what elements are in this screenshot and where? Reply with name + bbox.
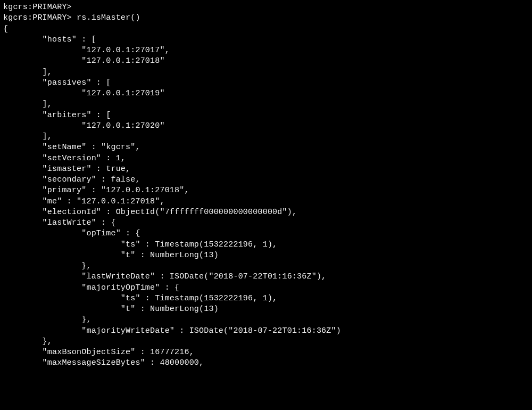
- output-line: "lastWriteDate" : ISODate("2018-07-22T01…: [3, 272, 529, 282]
- prompt-line: kgcrs:PRIMARY>: [3, 2, 529, 13]
- output-line: {: [3, 24, 529, 35]
- output-line: "passives" : [: [3, 78, 529, 88]
- output-line: "majorityWriteDate" : ISODate("2018-07-2…: [3, 326, 529, 337]
- terminal-output[interactable]: kgcrs:PRIMARY>kgcrs:PRIMARY> rs.isMaster…: [0, 0, 532, 371]
- output-line: "t" : NumberLong(13): [3, 304, 529, 315]
- output-line: },: [3, 315, 529, 325]
- output-line: "127.0.0.1:27020": [3, 121, 529, 132]
- output-line: },: [3, 337, 529, 347]
- output-line: "ts" : Timestamp(1532222196, 1),: [3, 293, 529, 304]
- output-line: "127.0.0.1:27017",: [3, 45, 529, 56]
- output-line: "hosts" : [: [3, 35, 529, 45]
- output-line: "ismaster" : true,: [3, 164, 529, 175]
- output-line: },: [3, 261, 529, 272]
- output-line: "setVersion" : 1,: [3, 153, 529, 164]
- output-line: "arbiters" : [: [3, 110, 529, 121]
- output-line: ],: [3, 67, 529, 78]
- output-line: "maxBsonObjectSize" : 16777216,: [3, 347, 529, 358]
- output-line: "electionId" : ObjectId("7fffffff0000000…: [3, 207, 529, 218]
- output-line: "127.0.0.1:27019": [3, 88, 529, 99]
- output-line: "ts" : Timestamp(1532222196, 1),: [3, 240, 529, 250]
- output-line: "lastWrite" : {: [3, 218, 529, 228]
- output-line: "t" : NumberLong(13): [3, 250, 529, 261]
- output-line: "majorityOpTime" : {: [3, 283, 529, 293]
- output-line: "me" : "127.0.0.1:27018",: [3, 196, 529, 207]
- output-line: "opTime" : {: [3, 228, 529, 239]
- output-line: "127.0.0.1:27018": [3, 56, 529, 67]
- output-line: "primary" : "127.0.0.1:27018",: [3, 185, 529, 196]
- output-line: ],: [3, 99, 529, 110]
- prompt-line: kgcrs:PRIMARY> rs.isMaster(): [3, 13, 529, 23]
- output-line: "maxMessageSizeBytes" : 48000000,: [3, 358, 529, 368]
- output-line: ],: [3, 132, 529, 142]
- output-line: "setName" : "kgcrs",: [3, 142, 529, 153]
- output-line: "secondary" : false,: [3, 175, 529, 185]
